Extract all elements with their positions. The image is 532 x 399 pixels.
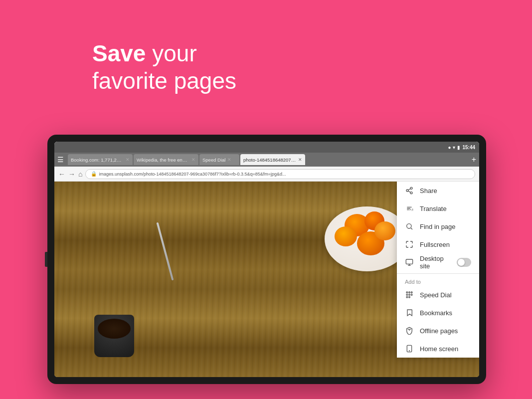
share-icon (405, 186, 414, 195)
svg-text:A文: A文 (409, 208, 413, 211)
lock-icon: 🔒 (91, 171, 97, 177)
menu-item-home-screen[interactable]: Home screen (397, 340, 479, 358)
svg-point-13 (411, 292, 412, 293)
share-label: Share (420, 187, 437, 195)
svg-point-14 (406, 294, 408, 296)
speed-dial-label: Speed Dial (420, 291, 452, 299)
headline: Save your favorite pages (92, 40, 236, 95)
wifi-icon: ▾ (453, 145, 455, 150)
browser-tabs-row: ☰ Booking.com: 1,771,236 ho ✕ Wikipedia,… (54, 153, 479, 167)
tab-2-close[interactable]: ✕ (227, 157, 231, 162)
new-tab-button[interactable]: + (472, 155, 476, 164)
offline-pages-label: Offline pages (420, 327, 458, 335)
menu-item-fullscreen[interactable]: Fullscreen (397, 235, 479, 253)
time-display: 15:44 (462, 145, 475, 150)
tabs-area: Booking.com: 1,771,236 ho ✕ Wikipedia, t… (68, 154, 468, 165)
url-text: images.unsplash.com/photo-1484518648207-… (99, 172, 286, 177)
add-to-section-label: Add to (397, 276, 479, 286)
status-icons: ● ▾ ▮ 15:44 (448, 145, 475, 150)
tablet-wrapper: ● ▾ ▮ 15:44 ☰ Booking.com: 1,771,236 ho … (47, 135, 486, 384)
tab-2[interactable]: Speed Dial ✕ (199, 154, 239, 165)
fullscreen-label: Fullscreen (420, 241, 450, 248)
content-area: Share A文 Translate (54, 182, 479, 377)
tab-3-close[interactable]: ✕ (298, 157, 302, 162)
svg-line-4 (408, 189, 411, 190)
speed-dial-icon (405, 290, 414, 299)
tab-1-title: Wikipedia, the free encyclop (137, 157, 189, 163)
desktop-site-label: Desktop site (420, 255, 451, 270)
svg-point-6 (407, 224, 411, 228)
svg-point-12 (409, 292, 410, 293)
battery-icon: ▮ (457, 145, 460, 150)
power-button (45, 252, 47, 267)
fullscreen-icon (405, 240, 414, 249)
offline-icon (405, 326, 414, 335)
tab-0[interactable]: Booking.com: 1,771,236 ho ✕ (68, 154, 133, 165)
tab-2-title: Speed Dial (202, 157, 225, 163)
desktop-icon (405, 258, 414, 267)
toggle-knob (458, 259, 465, 266)
headline-line2: favorite pages (92, 68, 236, 94)
translate-icon: A文 (405, 204, 414, 213)
menu-item-offline-pages[interactable]: Offline pages (397, 322, 479, 340)
tablet-outer: ● ▾ ▮ 15:44 ☰ Booking.com: 1,771,236 ho … (47, 135, 486, 384)
bookmarks-label: Bookmarks (420, 309, 452, 317)
menu-item-bookmarks[interactable]: Bookmarks (397, 304, 479, 322)
find-icon (405, 222, 414, 231)
desktop-site-toggle[interactable] (457, 258, 471, 267)
find-in-page-label: Find in page (420, 223, 456, 230)
back-button[interactable]: ← (58, 170, 65, 178)
tab-3-title: photo-1484518648207-969 (243, 157, 296, 163)
tab-1-close[interactable]: ✕ (191, 157, 195, 162)
cup-body (94, 315, 134, 357)
address-bar: ← → ⌂ 🔒 images.unsplash.com/photo-148451… (54, 167, 479, 182)
dropdown-menu: Share A文 Translate (397, 182, 479, 358)
menu-divider (397, 273, 479, 274)
svg-point-18 (409, 296, 410, 298)
signal-icon: ● (448, 145, 451, 150)
headline-bold: Save (92, 40, 146, 66)
status-bar: ● ▾ ▮ 15:44 (54, 142, 479, 153)
tab-3-active[interactable]: photo-1484518648207-969 ✕ (240, 154, 305, 165)
menu-item-share[interactable]: Share (397, 182, 479, 200)
cup-coffee (98, 319, 131, 339)
tab-0-title: Booking.com: 1,771,236 ho (71, 157, 124, 163)
home-button[interactable]: ⌂ (78, 170, 82, 178)
menu-item-desktop-site[interactable]: Desktop site (397, 253, 479, 271)
svg-point-11 (406, 292, 408, 293)
menu-item-speed-dial[interactable]: Speed Dial (397, 286, 479, 304)
homescreen-icon (405, 344, 414, 353)
svg-point-2 (410, 192, 412, 194)
svg-rect-8 (406, 259, 412, 264)
fruit-3 (335, 226, 357, 246)
svg-point-15 (409, 294, 410, 296)
headline-regular: your (146, 40, 196, 66)
coffee-cup (94, 307, 139, 357)
hamburger-icon[interactable]: ☰ (57, 156, 64, 164)
svg-point-1 (406, 190, 408, 192)
fruit-5 (374, 221, 395, 240)
translate-label: Translate (420, 205, 447, 212)
bookmark-icon (405, 308, 414, 317)
tab-0-close[interactable]: ✕ (126, 157, 130, 162)
svg-point-0 (410, 187, 412, 189)
menu-item-find-in-page[interactable]: Find in page (397, 217, 479, 235)
home-screen-label: Home screen (420, 345, 458, 353)
tablet-inner: ● ▾ ▮ 15:44 ☰ Booking.com: 1,771,236 ho … (54, 142, 479, 377)
svg-point-16 (411, 294, 412, 296)
menu-item-translate[interactable]: A文 Translate (397, 200, 479, 217)
forward-button[interactable]: → (68, 170, 75, 178)
address-input[interactable]: 🔒 images.unsplash.com/photo-148451864820… (85, 169, 475, 179)
svg-line-3 (408, 191, 411, 193)
svg-point-17 (406, 296, 408, 298)
tab-1[interactable]: Wikipedia, the free encyclop ✕ (134, 154, 198, 165)
svg-line-7 (411, 228, 412, 229)
